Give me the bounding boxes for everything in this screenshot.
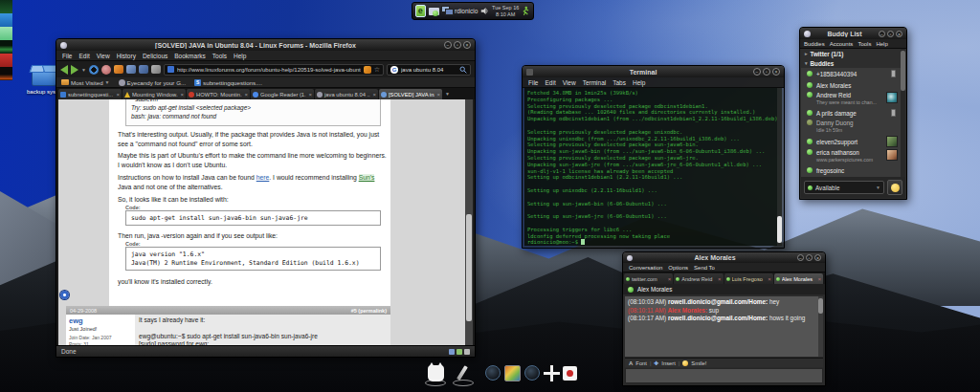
round-app-icon-2[interactable] — [524, 365, 540, 381]
close-icon[interactable]: × — [817, 276, 821, 282]
menu-edit[interactable]: Edit — [545, 79, 555, 86]
suns-link[interactable]: Sun's — [359, 174, 375, 181]
menu-view[interactable]: View — [97, 53, 110, 59]
group-buddies[interactable]: ▾Buddies — [801, 58, 905, 68]
status-icon-2[interactable] — [457, 349, 462, 355]
buddy-row[interactable]: Andrew Reid They were meant to chan... — [801, 91, 905, 107]
menu-history[interactable]: History — [117, 53, 136, 59]
buddy-row[interactable]: A prils damage — [801, 107, 905, 119]
buddy-row[interactable]: +18583440394 — [801, 68, 905, 79]
window-tool-icon[interactable] — [126, 65, 136, 74]
menu-file[interactable]: File — [62, 53, 72, 59]
close-icon[interactable]: × — [668, 276, 672, 282]
rss-icon[interactable] — [364, 66, 371, 74]
menu-terminal[interactable]: Terminal — [583, 79, 607, 86]
minimize-button[interactable]: − — [879, 31, 885, 37]
menu-file[interactable]: File — [528, 79, 538, 86]
widget-tile-3[interactable] — [0, 27, 12, 40]
menu-view[interactable]: View — [563, 79, 576, 86]
scrollbar-thumb[interactable] — [466, 214, 472, 321]
minimize-button[interactable]: − — [797, 254, 804, 261]
maximize-button[interactable]: ▫ — [806, 254, 813, 261]
username-link[interactable]: ewg — [69, 316, 132, 325]
logout-icon[interactable] — [522, 5, 530, 17]
menu-send-to[interactable]: Send To — [694, 265, 715, 271]
gallery-app-icon[interactable] — [504, 365, 521, 381]
close-icon[interactable]: × — [244, 92, 248, 98]
close-icon[interactable]: × — [180, 92, 184, 98]
url-bar[interactable]: http://www.linuxforums.org/forum/ubuntu-… — [164, 64, 384, 76]
close-icon[interactable]: × — [372, 92, 376, 98]
tab-java-search[interactable]: java ubuntu 8.04 ... × — [315, 89, 378, 99]
bookmark-subnetting[interactable]: S subnettingquestions.... — [194, 79, 262, 86]
tab-luis-fregoso[interactable]: Luis Fregoso × — [724, 273, 773, 284]
scrollbar-thumb[interactable] — [818, 298, 823, 314]
status-icon-1[interactable] — [449, 349, 455, 355]
back-icon[interactable] — [60, 65, 68, 75]
media-app-icon[interactable] — [563, 366, 577, 381]
widget-tile-2[interactable] — [0, 13, 12, 27]
url-text[interactable]: http://www.linuxforums.org/forum/ubuntu-… — [177, 67, 361, 73]
tab-twitter[interactable]: twitter.com × — [624, 273, 673, 284]
tab-google-reader[interactable]: Google Reader (1... × — [251, 89, 314, 99]
history-dropdown-icon[interactable]: ▼ — [81, 67, 86, 73]
reload-icon[interactable] — [89, 65, 99, 75]
buddy-list-scrollbar[interactable] — [901, 49, 905, 179]
chat-scrollbar[interactable] — [818, 296, 823, 357]
volume-icon[interactable] — [480, 6, 489, 16]
menu-help[interactable]: Help — [234, 53, 246, 59]
widget-tile-1[interactable] — [0, 0, 12, 13]
tab-andrew-reid[interactable]: Andrew Reid × — [674, 273, 723, 284]
tab-alex-morales-active[interactable]: Alex Morales × — [774, 273, 823, 284]
scrollbar-thumb[interactable] — [901, 51, 905, 91]
close-icon[interactable]: × — [116, 92, 120, 98]
here-link[interactable]: here — [256, 174, 270, 181]
buddy-row[interactable]: Danny Duong Idle 1h 59m — [801, 119, 905, 135]
emote-button[interactable] — [887, 180, 902, 195]
firefox-titlebar[interactable]: [SOLVED] JAVA in Ubuntu 8.04 - Linux For… — [56, 39, 475, 51]
menu-help[interactable]: Help — [633, 79, 645, 86]
group-twitter[interactable]: ▸Twitter (1/1) — [801, 49, 905, 58]
close-icon[interactable]: × — [436, 92, 440, 98]
widget-tile-5[interactable] — [0, 54, 12, 67]
maximize-button[interactable]: ▫ — [887, 31, 894, 37]
widget-tile-6[interactable] — [0, 67, 12, 80]
close-icon[interactable]: × — [718, 276, 722, 282]
stop-icon[interactable] — [101, 65, 111, 75]
search-icon[interactable] — [459, 66, 467, 74]
search-input[interactable]: java ubuntu 8.04 — [401, 67, 457, 73]
chat-message-area[interactable]: (08:10:03 AM) rowell.dionicio@gmail.com/… — [625, 296, 823, 357]
page-scrollbar[interactable] — [465, 99, 473, 346]
tab-list-dropdown-icon[interactable]: ▼ — [445, 91, 450, 97]
menu-tabs[interactable]: Tabs — [612, 79, 626, 86]
status-selector[interactable]: Available ▼ — [804, 181, 884, 194]
scrollbar-thumb[interactable] — [777, 216, 782, 243]
menu-edit[interactable]: Edit — [78, 53, 89, 59]
buddy-row[interactable]: eleven2support — [801, 135, 905, 148]
chat-input[interactable] — [625, 368, 823, 383]
menu-tools[interactable]: Tools — [858, 41, 871, 47]
menu-buddies[interactable]: Buddies — [804, 41, 825, 47]
workspaces-icon[interactable] — [441, 6, 452, 16]
move-tool-icon[interactable] — [544, 365, 560, 381]
close-button[interactable]: × — [896, 31, 902, 37]
gear-icon[interactable] — [60, 291, 69, 299]
chat-titlebar[interactable]: Alex Morales − ▫ × — [623, 252, 825, 263]
tab-mounting-window[interactable]: Mounting Window... × — [122, 89, 186, 99]
minimize-button[interactable]: − — [753, 68, 761, 76]
home-icon[interactable] — [114, 65, 123, 74]
tab-howto-mounting[interactable]: HOWTO: Mountin... × — [187, 89, 250, 99]
terminal-output[interactable]: Fetched 34.8MB in 1min25s (399kB/s) Prec… — [524, 88, 782, 246]
post-number[interactable]: #5 (permalink) — [351, 308, 387, 314]
minimize-button[interactable]: − — [444, 41, 452, 49]
terminal-scrollbar[interactable] — [777, 88, 782, 246]
font-button[interactable]: Font — [635, 360, 647, 366]
menu-bookmarks[interactable]: Bookmarks — [174, 53, 206, 59]
pencil-app-icon[interactable] — [460, 365, 464, 381]
menu-help[interactable]: Help — [876, 41, 887, 47]
close-button[interactable]: × — [772, 68, 780, 76]
menu-tools[interactable]: Tools — [212, 53, 227, 59]
file-manager-icon[interactable] — [429, 6, 438, 16]
close-icon[interactable]: × — [768, 276, 771, 282]
panel-username[interactable]: rdionicio — [455, 8, 478, 14]
